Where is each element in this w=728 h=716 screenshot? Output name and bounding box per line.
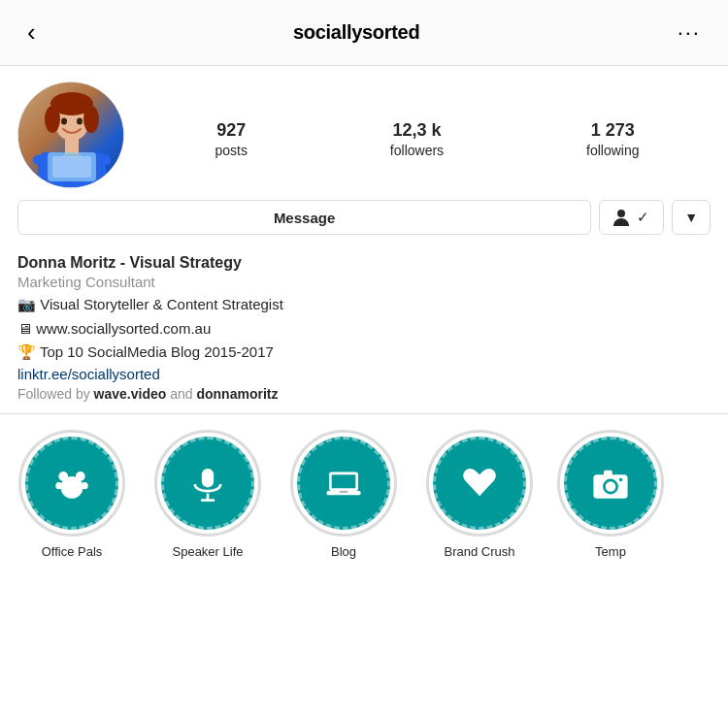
- highlight-office-pals[interactable]: Office Pals: [14, 430, 130, 559]
- profile-job-title: Marketing Consultant: [17, 274, 711, 290]
- highlight-label-speaker-life: Speaker Life: [173, 544, 244, 559]
- svg-point-15: [617, 210, 625, 217]
- following-stat[interactable]: 1 273 following: [586, 120, 639, 158]
- svg-rect-31: [604, 470, 612, 475]
- profile-username: sociallysorted: [293, 21, 419, 44]
- more-options-button[interactable]: ···: [670, 16, 709, 49]
- back-button[interactable]: ‹: [19, 14, 44, 51]
- highlight-temp[interactable]: Temp: [557, 430, 664, 559]
- paw-icon: [50, 462, 93, 504]
- highlight-inner-temp: [564, 437, 657, 530]
- svg-rect-25: [332, 474, 356, 488]
- followed-by: Followed by wave.video and donnamoritz: [17, 386, 711, 402]
- posts-label: posts: [215, 143, 247, 158]
- highlight-circle-temp: [557, 430, 664, 537]
- highlight-inner-speaker-life: [161, 437, 254, 530]
- laptop-icon: [322, 462, 365, 504]
- highlights-row: Office Pals Speaker Life: [0, 430, 728, 559]
- svg-point-18: [76, 472, 85, 481]
- section-divider: [0, 413, 728, 414]
- posts-stat[interactable]: 927 posts: [215, 120, 247, 158]
- followers-label: followers: [390, 143, 444, 158]
- following-button[interactable]: ✓: [599, 200, 664, 235]
- highlight-brand-crush[interactable]: Brand Crush: [421, 430, 538, 559]
- avatar[interactable]: [17, 81, 124, 188]
- svg-point-19: [55, 482, 62, 489]
- highlight-circle-brand-crush: [426, 430, 533, 537]
- followed-middle: and: [166, 386, 196, 402]
- bio-line-3: 🏆 Top 10 SocialMedia Blog 2015-2017: [17, 342, 711, 364]
- highlight-label-blog: Blog: [331, 544, 356, 559]
- microphone-icon: [186, 462, 229, 504]
- highlight-label-office-pals: Office Pals: [42, 544, 103, 559]
- svg-point-17: [58, 472, 68, 481]
- svg-point-6: [61, 118, 67, 125]
- highlight-circle-blog: [290, 430, 397, 537]
- stats-container: 927 posts 12,3 k followers 1 273 followi…: [144, 113, 711, 158]
- checkmark-icon: ✓: [637, 209, 649, 226]
- header: ‹ sociallysorted ···: [0, 0, 728, 66]
- profile-section: 927 posts 12,3 k followers 1 273 followi…: [0, 66, 728, 244]
- bio-line-2: 🖥 www.sociallysorted.com.au: [17, 318, 711, 341]
- dropdown-button[interactable]: ▼: [672, 200, 711, 235]
- svg-point-20: [82, 482, 88, 489]
- bio-link[interactable]: linktr.ee/sociallysorted: [17, 366, 711, 382]
- highlight-inner-office-pals: [25, 437, 118, 530]
- message-button[interactable]: Message: [17, 200, 591, 235]
- svg-point-30: [606, 481, 616, 492]
- svg-point-5: [83, 106, 99, 133]
- person-icon: [613, 209, 633, 226]
- svg-rect-9: [65, 139, 79, 154]
- followers-stat[interactable]: 12,3 k followers: [390, 120, 444, 158]
- heart-icon: [458, 462, 501, 504]
- highlight-blog[interactable]: Blog: [285, 430, 402, 559]
- following-count: 1 273: [591, 120, 635, 141]
- followed-user1[interactable]: wave.video: [94, 386, 167, 402]
- svg-rect-21: [202, 469, 214, 487]
- highlight-label-temp: Temp: [595, 544, 626, 559]
- followed-prefix: Followed by: [17, 386, 94, 402]
- bio-line-1: 📷 Visual Storyteller & Content Strategis…: [17, 294, 711, 316]
- svg-point-7: [77, 118, 83, 125]
- action-buttons-row: Message ✓ ▼: [17, 200, 711, 235]
- highlight-circle-office-pals: [18, 430, 125, 537]
- followed-user2[interactable]: donnamoritz: [196, 386, 278, 402]
- chevron-down-icon: ▼: [684, 210, 698, 225]
- posts-count: 927: [216, 120, 246, 141]
- followers-count: 12,3 k: [392, 120, 441, 141]
- svg-point-4: [45, 106, 60, 133]
- profile-name: Donna Moritz - Visual Strategy: [17, 254, 711, 272]
- svg-point-32: [619, 477, 623, 481]
- highlight-speaker-life[interactable]: Speaker Life: [149, 430, 266, 559]
- following-label: following: [586, 143, 639, 158]
- highlight-inner-brand-crush: [433, 437, 526, 530]
- bio-section: Donna Moritz - Visual Strategy Marketing…: [0, 244, 728, 413]
- svg-rect-27: [340, 490, 348, 492]
- highlight-inner-blog: [297, 437, 390, 530]
- highlight-circle-speaker-life: [154, 430, 261, 537]
- highlight-label-brand-crush: Brand Crush: [445, 544, 515, 559]
- camera-icon: [589, 462, 632, 504]
- svg-rect-14: [52, 156, 91, 178]
- profile-top-row: 927 posts 12,3 k followers 1 273 followi…: [17, 81, 711, 188]
